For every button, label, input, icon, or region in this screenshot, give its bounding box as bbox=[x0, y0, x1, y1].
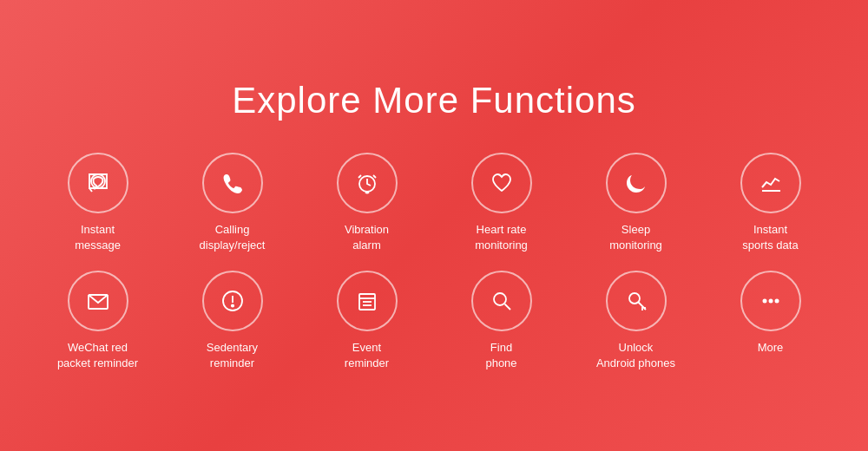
feature-label-wechat: WeChat redpacket reminder bbox=[57, 340, 138, 371]
feature-label-sedentary: Sedentaryreminder bbox=[207, 340, 258, 371]
alarm-icon bbox=[337, 153, 398, 213]
feature-instant-message: Instantmessage bbox=[35, 153, 161, 253]
heart-icon bbox=[471, 153, 532, 213]
feature-find-phone: Findphone bbox=[438, 271, 564, 371]
feature-label-unlock: UnlockAndroid phones bbox=[596, 340, 675, 371]
page-wrapper: Explore More Functions Instantmessage bbox=[0, 0, 868, 451]
phone-icon bbox=[202, 153, 263, 213]
key-icon bbox=[606, 271, 667, 331]
svg-point-16 bbox=[762, 299, 766, 304]
feature-label-more: More bbox=[758, 340, 784, 356]
feature-label-find-phone: Findphone bbox=[485, 340, 516, 371]
feature-label-sleep: Sleepmonitoring bbox=[609, 222, 662, 253]
svg-point-17 bbox=[768, 299, 773, 304]
feature-calling: Callingdisplay/reject bbox=[169, 153, 295, 253]
feature-label-instant-message: Instantmessage bbox=[75, 222, 121, 253]
features-grid: Instantmessage Callingdisplay/reject bbox=[35, 153, 833, 372]
feature-label-heart-rate: Heart ratemonitoring bbox=[475, 222, 528, 253]
feature-sleep: Sleepmonitoring bbox=[573, 153, 699, 253]
feature-more: More bbox=[707, 271, 833, 371]
feature-sports: Instantsports data bbox=[707, 153, 833, 253]
svg-point-5 bbox=[231, 304, 233, 306]
feature-label-sports: Instantsports data bbox=[742, 222, 798, 253]
more-icon bbox=[740, 271, 801, 331]
calendar-icon bbox=[337, 271, 398, 331]
feature-heart-rate: Heart ratemonitoring bbox=[438, 153, 564, 253]
feature-unlock: UnlockAndroid phones bbox=[573, 271, 699, 371]
envelope-icon bbox=[68, 271, 128, 331]
feature-sedentary: Sedentaryreminder bbox=[169, 271, 295, 371]
feature-label-calling: Callingdisplay/reject bbox=[200, 222, 266, 253]
feature-wechat: WeChat redpacket reminder bbox=[35, 271, 161, 371]
feature-label-vibration: Vibrationalarm bbox=[345, 222, 389, 253]
feature-vibration: Vibrationalarm bbox=[304, 153, 430, 253]
chart-icon bbox=[740, 153, 801, 213]
search-icon bbox=[471, 271, 532, 331]
page-title: Explore More Functions bbox=[232, 80, 636, 121]
moon-icon bbox=[606, 153, 667, 213]
svg-point-10 bbox=[494, 293, 506, 305]
svg-line-11 bbox=[504, 304, 510, 310]
feature-event: Eventreminder bbox=[304, 271, 430, 371]
exclamation-icon bbox=[202, 271, 263, 331]
message-icon bbox=[68, 153, 128, 213]
feature-label-event: Eventreminder bbox=[345, 340, 389, 371]
svg-point-18 bbox=[774, 299, 779, 304]
